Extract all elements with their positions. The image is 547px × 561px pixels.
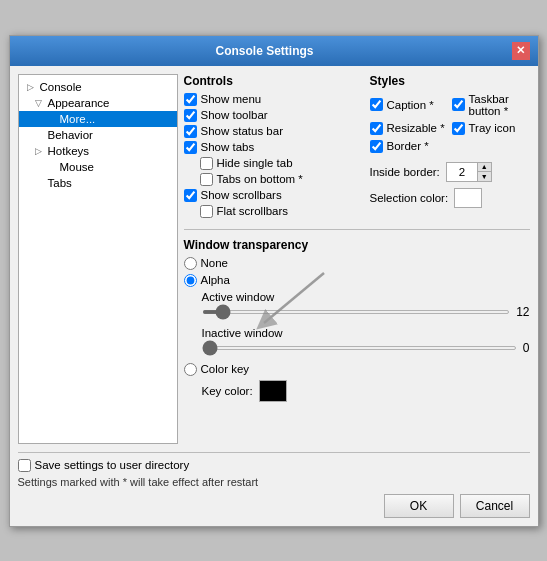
expander-icon: ▷ — [27, 82, 37, 92]
show-status-bar-checkbox[interactable] — [184, 125, 197, 138]
inside-border-row: Inside border: ▲ ▼ — [370, 162, 530, 182]
sidebar-label-behavior: Behavior — [48, 129, 93, 141]
sidebar-item-mouse[interactable]: Mouse — [19, 159, 177, 175]
taskbar-button-checkbox[interactable] — [452, 98, 465, 111]
caption-row: Caption * — [370, 93, 448, 117]
transparency-section: Window transparency None Alpha — [184, 238, 530, 402]
none-label: None — [201, 257, 229, 269]
window-body: ▷ Console ▽ Appearance More... Behavior … — [10, 66, 538, 526]
selection-color-label: Selection color: — [370, 192, 449, 204]
selection-color-swatch[interactable] — [454, 188, 482, 208]
inactive-window-label: Inactive window — [202, 327, 283, 339]
active-window-label-row: Active window — [202, 291, 530, 303]
expander-icon: ▽ — [35, 98, 45, 108]
transparency-title: Window transparency — [184, 238, 530, 252]
show-menu-row: Show menu — [184, 93, 360, 106]
flat-scrollbars-checkbox[interactable] — [200, 205, 213, 218]
show-toolbar-checkbox[interactable] — [184, 109, 197, 122]
inactive-window-label-row: Inactive window — [202, 327, 530, 339]
flat-scrollbars-row: Flat scrollbars — [184, 205, 360, 218]
spin-down-button[interactable]: ▼ — [477, 172, 491, 181]
alpha-label: Alpha — [201, 274, 230, 286]
show-tabs-label: Show tabs — [201, 141, 255, 153]
tabs-on-bottom-row: Tabs on bottom * — [184, 173, 360, 186]
divider — [184, 229, 530, 230]
none-radio-row: None — [184, 257, 530, 270]
sidebar-item-behavior[interactable]: Behavior — [19, 127, 177, 143]
none-radio[interactable] — [184, 257, 197, 270]
window-title: Console Settings — [18, 44, 512, 58]
inactive-window-value: 0 — [523, 341, 530, 355]
note-text: Settings marked with * will take effect … — [18, 476, 530, 488]
styles-title: Styles — [370, 74, 530, 88]
active-window-value: 12 — [516, 305, 529, 319]
alpha-radio[interactable] — [184, 274, 197, 287]
show-scrollbars-checkbox[interactable] — [184, 189, 197, 202]
border-checkbox[interactable] — [370, 140, 383, 153]
sidebar-label-mouse: Mouse — [60, 161, 95, 173]
taskbar-button-label: Taskbar button * — [469, 93, 530, 117]
sidebar-item-hotkeys[interactable]: ▷ Hotkeys — [19, 143, 177, 159]
hide-single-tab-checkbox[interactable] — [200, 157, 213, 170]
hide-single-tab-row: Hide single tab — [184, 157, 360, 170]
expander-icon — [47, 162, 57, 172]
resizable-label: Resizable * — [387, 122, 445, 134]
sidebar-label-hotkeys: Hotkeys — [48, 145, 90, 157]
active-window-label: Active window — [202, 291, 275, 303]
selection-color-row: Selection color: — [370, 188, 530, 208]
bottom-section: Save settings to user directory Settings… — [18, 452, 530, 518]
hide-single-tab-label: Hide single tab — [217, 157, 293, 169]
inactive-window-slider[interactable] — [202, 346, 517, 350]
expander-icon — [35, 178, 45, 188]
alpha-radio-row: Alpha — [184, 274, 530, 287]
buttons-row: OK Cancel — [18, 494, 530, 518]
show-toolbar-label: Show toolbar — [201, 109, 268, 121]
show-scrollbars-row: Show scrollbars — [184, 189, 360, 202]
flat-scrollbars-label: Flat scrollbars — [217, 205, 289, 217]
resizable-checkbox[interactable] — [370, 122, 383, 135]
border-row: Border * — [370, 140, 448, 153]
close-button[interactable]: ✕ — [512, 42, 530, 60]
sidebar-tree: ▷ Console ▽ Appearance More... Behavior … — [18, 74, 178, 444]
save-settings-checkbox[interactable] — [18, 459, 31, 472]
sidebar-item-console[interactable]: ▷ Console — [19, 79, 177, 95]
show-status-bar-row: Show status bar — [184, 125, 360, 138]
sidebar-label-tabs: Tabs — [48, 177, 72, 189]
show-tabs-row: Show tabs — [184, 141, 360, 154]
spin-up-button[interactable]: ▲ — [477, 163, 491, 172]
show-status-bar-label: Show status bar — [201, 125, 283, 137]
right-panel: Controls Show menu Show toolbar Show sta… — [184, 74, 530, 444]
tray-icon-label: Tray icon — [469, 122, 516, 134]
cancel-button[interactable]: Cancel — [460, 494, 530, 518]
inactive-window-section: Inactive window 0 — [202, 327, 530, 355]
sidebar-label-appearance: Appearance — [48, 97, 110, 109]
save-settings-label: Save settings to user directory — [35, 459, 190, 471]
caption-checkbox[interactable] — [370, 98, 383, 111]
show-tabs-checkbox[interactable] — [184, 141, 197, 154]
spin-buttons: ▲ ▼ — [477, 163, 491, 181]
sidebar-label-more: More... — [60, 113, 96, 125]
resizable-row: Resizable * — [370, 122, 448, 135]
key-color-swatch[interactable] — [259, 380, 287, 402]
color-key-radio[interactable] — [184, 363, 197, 376]
inside-border-spinbox: ▲ ▼ — [446, 162, 492, 182]
show-menu-checkbox[interactable] — [184, 93, 197, 106]
expander-icon — [47, 114, 57, 124]
ok-button[interactable]: OK — [384, 494, 454, 518]
sidebar-item-appearance[interactable]: ▽ Appearance — [19, 95, 177, 111]
controls-panel: Controls Show menu Show toolbar Show sta… — [184, 74, 360, 221]
expander-icon — [35, 130, 45, 140]
sidebar-item-tabs[interactable]: Tabs — [19, 175, 177, 191]
inside-border-input[interactable] — [447, 165, 477, 179]
styles-panel: Styles Caption * Taskbar button * — [370, 74, 530, 221]
active-window-slider-wrapper: 12 — [202, 305, 530, 319]
sidebar-item-more[interactable]: More... — [19, 111, 177, 127]
active-window-slider[interactable] — [202, 310, 511, 314]
tabs-on-bottom-checkbox[interactable] — [200, 173, 213, 186]
main-layout: ▷ Console ▽ Appearance More... Behavior … — [18, 74, 530, 444]
key-color-row: Key color: — [202, 380, 530, 402]
save-settings-row: Save settings to user directory — [18, 459, 530, 472]
show-toolbar-row: Show toolbar — [184, 109, 360, 122]
tray-icon-checkbox[interactable] — [452, 122, 465, 135]
main-window: Console Settings ✕ ▷ Console ▽ Appearanc… — [9, 35, 539, 527]
